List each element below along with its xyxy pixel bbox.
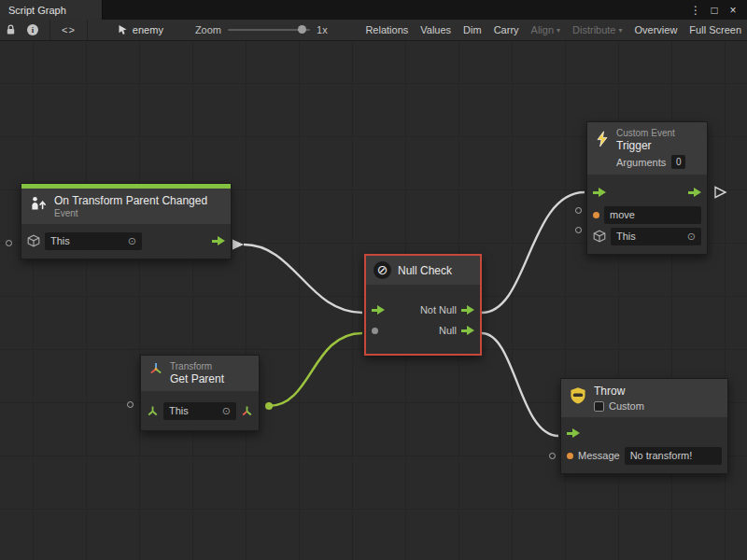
null-check-icon: ⊘ [374,261,391,279]
object-picker-icon[interactable]: ⊙ [128,235,136,247]
value-connector-dot[interactable] [265,402,273,410]
flow-output-port[interactable] [688,187,701,198]
null-output-port[interactable] [461,325,474,336]
info-button[interactable]: i [21,20,44,40]
this-dropdown[interactable]: This ⊙ [163,402,236,420]
graph-toolbar: i <> enemy Zoom 1x Relations Values Dim … [0,20,747,41]
script-graph-window: Script Graph ⋮ □ × i <> enemy Zoom [0,0,747,560]
carry-triangle-icon[interactable] [715,188,726,198]
node-get-parent[interactable]: Transform Get Parent This ⊙ [140,355,260,431]
window-controls: ⋮ □ × [689,0,747,20]
info-icon: i [27,24,38,35]
flow-input-port[interactable] [567,427,580,439]
event-person-icon [29,194,48,213]
zoom-slider[interactable] [228,29,310,31]
chevron-down-icon: ▾ [619,26,623,35]
object-picker-icon[interactable]: ⊙ [222,405,231,417]
node-header[interactable]: Throw Custom [561,379,727,417]
value-input-port[interactable] [372,328,378,334]
zoom-value: 1x [317,24,328,35]
node-header[interactable]: ⊘ Null Check [366,256,480,285]
node-subtitle: Event [54,208,207,218]
string-input-port[interactable] [593,212,599,218]
arguments-label: Arguments [616,157,666,168]
node-null-check[interactable]: ⊘ Null Check Not Null Null [364,254,482,356]
event-name-value: move [610,209,635,220]
outer-port-trigger-this[interactable] [575,227,582,233]
toolbar-buttons: Relations Values Dim Carry Align ▾ Distr… [353,24,747,35]
message-label: Message [578,450,620,461]
distribute-label: Distribute [572,24,615,35]
node-header[interactable]: On Transform Parent Changed Event [21,189,231,224]
object-picker-icon[interactable]: ⊙ [687,231,696,243]
node-header[interactable]: Custom Event Trigger Arguments 0 [587,122,707,175]
node-title: On Transform Parent Changed [54,194,207,207]
code-icon: <> [62,24,76,35]
code-view-button[interactable]: <> [56,20,81,40]
flow-input-port[interactable] [372,304,385,315]
message-field[interactable]: No transform! [625,447,722,465]
transform-input-icon[interactable] [147,405,159,417]
arguments-count-field[interactable]: 0 [671,155,685,169]
graph-canvas[interactable]: On Transform Parent Changed Event This ⊙ [0,41,747,560]
toolbar-divider [87,20,88,41]
wire-event-to-nullcheck[interactable] [244,245,362,313]
node-header[interactable]: Transform Get Parent [141,356,259,391]
this-value: This [50,235,70,246]
node-title: Null Check [398,264,452,277]
outer-port-trigger-name[interactable] [575,207,582,214]
this-dropdown[interactable]: This ⊙ [611,228,701,245]
wire-null-to-throw[interactable] [482,333,558,436]
close-icon[interactable]: × [726,4,740,17]
fullscreen-button[interactable]: Full Screen [689,24,741,35]
this-dropdown[interactable]: This ⊙ [45,232,142,250]
align-button[interactable]: Align ▾ [531,24,560,35]
outer-port-getparent-this[interactable] [127,401,134,408]
port-label-not-null: Not Null [420,304,457,315]
tab-bar: Script Graph ⋮ □ × [0,0,747,20]
kebab-menu-icon[interactable]: ⋮ [689,4,702,17]
custom-checkbox[interactable] [594,401,604,412]
node-title: Trigger [616,139,685,152]
node-title: Get Parent [170,372,224,385]
wire-notnull-to-trigger[interactable] [482,192,585,313]
gameobject-cube-icon [593,230,606,243]
not-null-output-port[interactable] [461,304,474,315]
maximize-icon[interactable]: □ [708,4,721,17]
overview-button[interactable]: Overview [635,24,678,35]
zoom-control: Zoom 1x [195,24,328,35]
outer-port-event-this[interactable] [6,240,12,246]
outer-port-throw-message[interactable] [549,453,556,459]
zoom-slider-handle[interactable] [298,25,306,34]
transform-output-port[interactable] [241,405,253,417]
tab-script-graph[interactable]: Script Graph [0,0,103,20]
event-name-field[interactable]: move [604,206,701,224]
flow-output-port[interactable] [212,235,225,246]
graph-reference[interactable]: enemy [118,24,163,35]
wire-getparent-to-nullcheck[interactable] [269,333,362,406]
port-label-null: Null [439,325,457,336]
throw-shield-icon [569,386,587,405]
carry-button[interactable]: Carry [494,24,519,35]
message-input-port[interactable] [567,453,573,459]
values-button[interactable]: Values [420,24,451,35]
node-on-transform-parent-changed[interactable]: On Transform Parent Changed Event This ⊙ [21,183,232,259]
flow-input-port[interactable] [593,187,606,198]
flow-connector-triangle[interactable] [233,240,244,250]
lock-icon [6,24,16,35]
message-value: No transform! [630,450,693,461]
lightning-icon [595,131,610,147]
this-value: This [169,405,189,416]
custom-checkbox-label: Custom [609,400,644,412]
relations-button[interactable]: Relations [365,24,408,35]
this-value: This [616,231,636,242]
lock-button[interactable] [0,20,21,40]
align-label: Align [531,24,554,35]
node-throw[interactable]: Throw Custom Message No transform! [560,378,728,474]
distribute-button[interactable]: Distribute ▾ [572,24,622,35]
node-category: Transform [170,361,224,371]
graph-name: enemy [133,24,163,35]
dim-button[interactable]: Dim [463,24,482,35]
transform-icon [148,361,163,376]
node-trigger-custom-event[interactable]: Custom Event Trigger Arguments 0 [586,121,708,255]
